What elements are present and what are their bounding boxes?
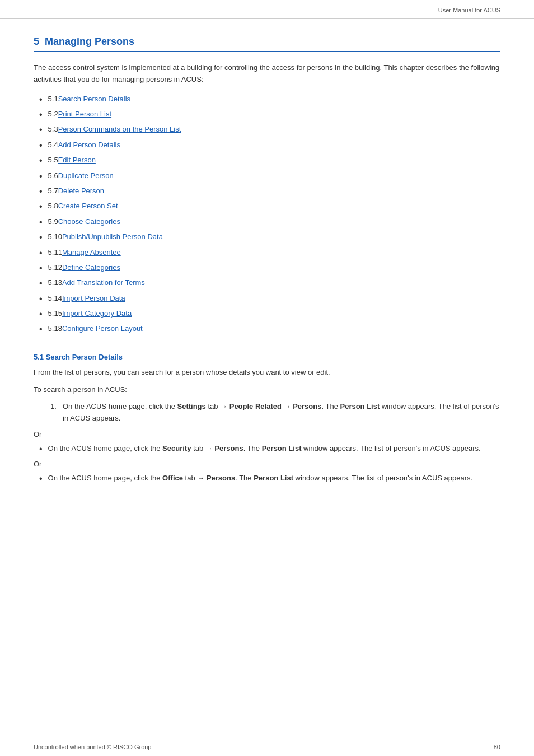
bullet-icon: •: [39, 308, 43, 320]
header-text: User Manual for ACUS: [438, 7, 500, 13]
or-text-1: Or: [34, 430, 500, 438]
list-item: • 5.5 Edit Person: [39, 155, 500, 167]
list-item: • 5.7 Delete Person: [39, 185, 500, 198]
bullet1-text: On the ACUS home page, click the Securit…: [48, 443, 481, 455]
toc-link-59[interactable]: Choose Categories: [58, 216, 120, 227]
step-1-text: On the ACUS home page, click the Setting…: [63, 401, 500, 424]
bullet-icon: •: [39, 155, 43, 167]
bullet-icon: •: [39, 139, 43, 152]
list-item: • 5.6 Duplicate Person: [39, 170, 500, 183]
footer-page-number: 80: [494, 744, 500, 750]
toc-list: • 5.1 Search Person Details • 5.2 Print …: [39, 94, 500, 336]
toc-number: 5.5: [48, 155, 58, 166]
toc-link-518[interactable]: Configure Person Layout: [62, 323, 143, 334]
bullet-icon: •: [39, 94, 43, 106]
toc-link-53[interactable]: Person Commands on the Person List: [58, 124, 181, 135]
bullet-icon: •: [39, 443, 43, 455]
or-text-2: Or: [34, 460, 500, 468]
toc-link-56[interactable]: Duplicate Person: [58, 170, 114, 181]
bullet-icon: •: [39, 216, 43, 228]
list-item: • 5.10 Publish/Unpublish Person Data: [39, 231, 500, 244]
toc-link-52[interactable]: Print Person List: [58, 109, 111, 120]
step-number: 1.: [50, 401, 63, 413]
list-item: • 5.1 Search Person Details: [39, 94, 500, 106]
toc-number: 5.13: [48, 277, 62, 288]
section-51-title: Search Person Details: [46, 353, 123, 361]
chapter-title: Managing Persons: [45, 36, 134, 48]
list-item: • 5.14 Import Person Data: [39, 293, 500, 305]
list-item: • 5.11 Manage Absentee: [39, 247, 500, 259]
toc-link-510[interactable]: Publish/Unpublish Person Data: [62, 231, 163, 242]
toc-number: 5.10: [48, 231, 62, 242]
steps-list: 1. On the ACUS home page, click the Sett…: [50, 401, 500, 424]
list-item: • 5.15 Import Category Data: [39, 308, 500, 320]
toc-link-515[interactable]: Import Category Data: [62, 308, 132, 319]
toc-link-58[interactable]: Create Person Set: [58, 200, 118, 212]
office-bold: Office: [162, 474, 183, 482]
toc-number: 5.8: [48, 200, 58, 212]
person-list-bold: Person List: [340, 402, 380, 410]
person-list-bold-2: Person List: [262, 444, 302, 452]
section-51-number: 5.1: [34, 353, 46, 361]
section-51-to-search: To search a person in ACUS:: [34, 384, 500, 396]
bullet-icon: •: [39, 247, 43, 259]
bullet-icon: •: [39, 170, 43, 183]
toc-number: 5.3: [48, 124, 58, 135]
chapter-heading: 5 Managing Persons: [34, 36, 500, 52]
chapter-number: 5: [34, 36, 39, 48]
list-item: • On the ACUS home page, click the Offic…: [39, 473, 500, 485]
toc-number: 5.11: [48, 247, 62, 258]
toc-number: 5.4: [48, 139, 58, 151]
toc-number: 5.12: [48, 262, 62, 273]
toc-link-511[interactable]: Manage Absentee: [62, 247, 121, 258]
settings-bold: Settings: [177, 402, 206, 410]
bullet-list-2: • On the ACUS home page, click the Offic…: [39, 473, 500, 485]
page-container: User Manual for ACUS 5 Managing Persons …: [0, 0, 534, 756]
toc-link-512[interactable]: Define Categories: [62, 262, 120, 273]
persons-bold: Persons: [293, 402, 321, 410]
list-item: • 5.8 Create Person Set: [39, 200, 500, 213]
footer-copyright: Uncontrolled when printed © RISCO Group: [34, 744, 151, 750]
toc-number: 5.6: [48, 170, 58, 181]
section-51-intro: From the list of persons, you can search…: [34, 367, 500, 379]
toc-link-513[interactable]: Add Translation for Terms: [62, 277, 145, 288]
bullet-icon: •: [39, 323, 43, 335]
toc-number: 5.18: [48, 323, 62, 334]
toc-number: 5.7: [48, 185, 58, 197]
bullet-icon: •: [39, 473, 43, 485]
persons-bold-3: Persons: [207, 474, 235, 482]
bullet-icon: •: [39, 293, 43, 305]
toc-link-55[interactable]: Edit Person: [58, 155, 96, 166]
bullet-icon: •: [39, 109, 43, 121]
toc-link-514[interactable]: Import Person Data: [62, 293, 125, 304]
content-area: 5 Managing Persons The access control sy…: [0, 19, 534, 512]
step-1: 1. On the ACUS home page, click the Sett…: [50, 401, 500, 424]
list-item: • 5.18 Configure Person Layout: [39, 323, 500, 335]
bullet-icon: •: [39, 200, 43, 213]
toc-number: 5.15: [48, 308, 62, 319]
toc-number: 5.9: [48, 216, 58, 227]
toc-link-51[interactable]: Search Person Details: [58, 94, 130, 105]
page-header: User Manual for ACUS: [0, 0, 534, 19]
bullet2-text: On the ACUS home page, click the Office …: [48, 473, 473, 484]
toc-number: 5.14: [48, 293, 62, 304]
bullet-icon: •: [39, 231, 43, 244]
persons-bold-2: Persons: [214, 444, 243, 452]
list-item: • On the ACUS home page, click the Secur…: [39, 443, 500, 455]
people-related-bold: People Related: [229, 402, 282, 410]
toc-link-54[interactable]: Add Person Details: [58, 139, 120, 151]
bullet-icon: •: [39, 277, 43, 290]
toc-link-57[interactable]: Delete Person: [58, 185, 104, 197]
list-item: • 5.4 Add Person Details: [39, 139, 500, 152]
security-bold: Security: [162, 444, 191, 452]
intro-paragraph: The access control system is implemented…: [34, 62, 500, 86]
bullet-list-1: • On the ACUS home page, click the Secur…: [39, 443, 500, 455]
toc-number: 5.2: [48, 109, 58, 120]
section-51-heading: 5.1 Search Person Details: [34, 353, 500, 361]
bullet-icon: •: [39, 185, 43, 198]
list-item: • 5.9 Choose Categories: [39, 216, 500, 228]
bullet-icon: •: [39, 262, 43, 274]
list-item: • 5.12 Define Categories: [39, 262, 500, 274]
toc-number: 5.1: [48, 94, 58, 105]
bullet-icon: •: [39, 124, 43, 136]
